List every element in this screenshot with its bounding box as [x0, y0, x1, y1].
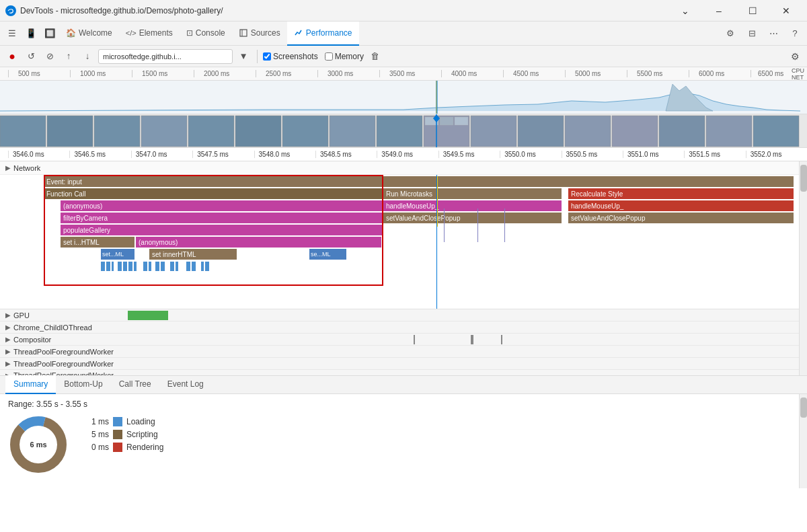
clear-btn[interactable]: ⊘: [42, 48, 58, 65]
cpu-net-chart[interactable]: [0, 81, 807, 114]
set-ml-block-1[interactable]: set...ML: [101, 249, 134, 260]
set-value-block-2[interactable]: setValueAndClosePopup: [568, 213, 794, 223]
main-thread-track[interactable]: Event: input Function Call (anonymous) f…: [0, 175, 799, 309]
gpu-expand-icon[interactable]: ▶: [5, 311, 11, 319]
svg-point-0: [7, 7, 15, 15]
compositor-track-header[interactable]: ▶ Compositor: [0, 334, 799, 346]
tab-call-tree[interactable]: Call Tree: [111, 375, 159, 394]
threadpool-1-expand-icon[interactable]: ▶: [5, 348, 11, 355]
maximize-btn[interactable]: ☐: [737, 0, 768, 22]
tab-summary[interactable]: Summary: [5, 375, 56, 394]
cpu-net-labels: CPU NET: [792, 67, 804, 80]
sub-block: [101, 262, 105, 271]
filter-by-camera-block[interactable]: filterByCamera: [61, 213, 383, 223]
undock-btn[interactable]: ⊟: [742, 24, 761, 43]
net-label: NET: [792, 74, 804, 81]
performance-icon: [294, 28, 303, 38]
network-expand-icon[interactable]: ▶: [5, 164, 11, 172]
tab-performance[interactable]: Performance: [287, 22, 359, 46]
flame-inner: ▶ Network Event: input Function Call (an…: [0, 161, 799, 375]
svg-rect-1: [240, 30, 247, 36]
sub-block: [161, 262, 165, 271]
anonymous-block-1[interactable]: (anonymous): [61, 200, 383, 211]
sidebar-toggle[interactable]: ☰: [3, 24, 22, 43]
sub-block: [170, 262, 174, 271]
home-icon: 🏠: [66, 28, 76, 38]
screenshots-checkbox[interactable]: Screenshots: [263, 52, 318, 61]
set-ihtml-block[interactable]: set i...HTML: [61, 237, 134, 248]
threadpool-1-header[interactable]: ▶ ThreadPoolForegroundWorker: [0, 346, 799, 358]
detail-ticks: 3546.0 ms 3546.5 ms 3547.0 ms 3547.5 ms …: [8, 151, 807, 158]
threadpool-2-expand-icon[interactable]: ▶: [5, 360, 11, 367]
tab-console[interactable]: ⊡ Console: [180, 22, 232, 46]
function-call-block[interactable]: Function Call: [44, 188, 383, 199]
sub-block: [205, 262, 209, 271]
sources-icon: [239, 28, 248, 38]
url-display: microsoftedge.github.i...: [98, 49, 233, 64]
threadpool-1-label: ThreadPoolForegroundWorker: [13, 348, 114, 356]
close-btn[interactable]: ✕: [771, 0, 802, 22]
handle-mouse-up-block-2[interactable]: handleMouseUp_: [568, 200, 794, 211]
sub-block: [128, 262, 132, 271]
handle-mouse-up-label-1: handleMouseUp_: [386, 202, 438, 210]
recalculate-style-block[interactable]: Recalculate Style: [568, 188, 794, 199]
memory-checkbox[interactable]: Memory: [325, 52, 364, 61]
dtick-2: 3547.0 ms: [131, 151, 192, 158]
dtick-5: 3548.5 ms: [315, 151, 377, 158]
perf-settings-btn[interactable]: ⚙: [787, 48, 803, 65]
svg-rect-12: [282, 116, 328, 147]
inspector-toggle[interactable]: 🔲: [40, 24, 59, 43]
tab-bottom-up[interactable]: Bottom-Up: [56, 375, 110, 394]
sub-block: [106, 262, 110, 271]
reload-record-btn[interactable]: ↺: [23, 48, 39, 65]
childio-expand-icon[interactable]: ▶: [5, 324, 11, 331]
tab-elements[interactable]: </> Elements: [119, 22, 180, 46]
populate-gallery-block[interactable]: populateGallery: [61, 225, 383, 235]
threadpool-3-expand-icon[interactable]: ▶: [5, 372, 11, 376]
handle-mouse-up-block-1[interactable]: handleMouseUp_: [383, 200, 562, 211]
se-ml-block[interactable]: se...ML: [309, 249, 346, 260]
set-inner-html-block[interactable]: set innerHTML: [149, 249, 237, 260]
minimize-btn[interactable]: –: [703, 0, 734, 22]
run-microtasks-block[interactable]: Run Microtasks: [383, 188, 562, 199]
ruler-ticks: 500 ms 1000 ms 1500 ms 2000 ms 2500 ms 3…: [8, 70, 807, 77]
device-toggle[interactable]: 📱: [22, 24, 40, 43]
compositor-expand-icon[interactable]: ▶: [5, 336, 11, 343]
summary-scrollbar[interactable]: [799, 394, 807, 488]
window-title: DevTools - microsoftedge.github.io/Demos…: [20, 6, 223, 15]
dtick-3: 3547.5 ms: [192, 151, 254, 158]
url-dropdown-btn[interactable]: ▼: [235, 48, 252, 65]
record-btn[interactable]: ●: [4, 48, 20, 65]
flame-chart-area[interactable]: ▶ Network Event: input Function Call (an…: [0, 161, 807, 375]
vertical-scrollbar[interactable]: [799, 161, 807, 375]
tab-sources[interactable]: Sources: [232, 22, 287, 46]
download-btn[interactable]: ↓: [79, 48, 95, 65]
function-call-label: Function Call: [46, 190, 85, 198]
scrollbar-thumb[interactable]: [800, 165, 807, 192]
tab-welcome[interactable]: 🏠 Welcome: [59, 22, 119, 46]
svg-rect-20: [518, 116, 564, 147]
upload-btn[interactable]: ↑: [61, 48, 77, 65]
threadpool-2-header[interactable]: ▶ ThreadPoolForegroundWorker: [0, 358, 799, 370]
tick-2000: 2000 ms: [194, 70, 256, 77]
summary-scrollbar-thumb[interactable]: [800, 397, 807, 418]
console-icon: ⊡: [186, 28, 193, 38]
delete-profile-btn[interactable]: 🗑: [367, 48, 383, 65]
event-input-block[interactable]: Event: input: [44, 176, 794, 187]
settings-tab-btn[interactable]: ⚙: [721, 24, 740, 43]
chevron-btn[interactable]: ⌄: [670, 0, 701, 22]
anonymous-block-2[interactable]: (anonymous): [136, 237, 381, 248]
help-btn[interactable]: ?: [785, 24, 804, 43]
set-value-block-1[interactable]: setValueAndClosePopup: [383, 213, 562, 223]
gpu-track-header[interactable]: ▶ GPU: [0, 309, 799, 321]
sub-block: [186, 262, 190, 271]
set-inner-html-label: set innerHTML: [152, 251, 196, 258]
devtools-tabs: ☰ 📱 🔲 🏠 Welcome </> Elements ⊡ Console S…: [0, 22, 807, 46]
network-track-header[interactable]: ▶ Network: [0, 161, 799, 175]
childio-track-header[interactable]: ▶ Chrome_ChildIOThread: [0, 321, 799, 334]
dtick-4: 3548.0 ms: [254, 151, 315, 158]
more-tabs-btn[interactable]: ⋯: [764, 24, 783, 43]
rendering-ms: 0 ms: [82, 443, 109, 452]
threadpool-3-header[interactable]: ▶ ThreadPoolForegroundWorker: [0, 370, 799, 375]
tab-event-log[interactable]: Event Log: [159, 375, 212, 394]
